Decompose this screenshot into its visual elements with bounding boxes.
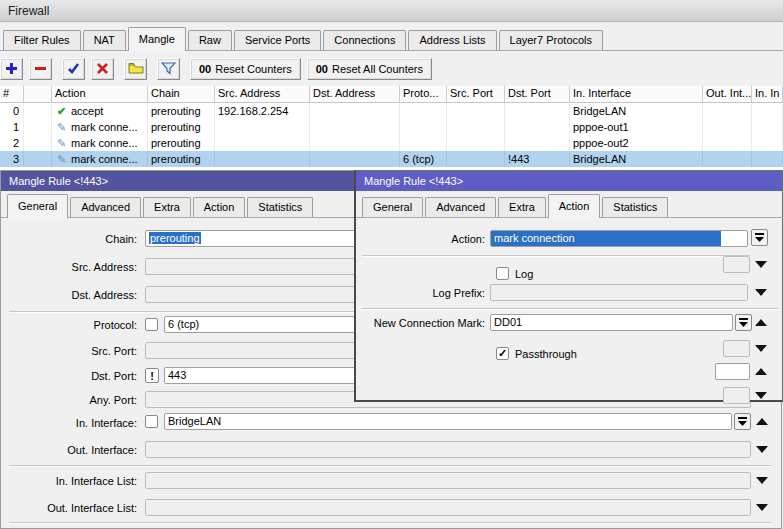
enable-rule-button[interactable] (62, 58, 85, 80)
column-header-src-port[interactable]: Src. Port (447, 86, 505, 102)
general-dialog-tab-advanced[interactable]: Advanced (70, 197, 141, 218)
general-dialog-tab-extra[interactable]: Extra (143, 197, 191, 218)
table-row-1[interactable]: 1✎mark conne...preroutingpppoe-out1 (0, 119, 783, 135)
reset-counters-button[interactable]: 00 Reset Counters (190, 58, 301, 80)
cell-num: 1 (0, 119, 24, 135)
section-divider (9, 465, 771, 466)
new-connection-mark-dropdown-button[interactable] (735, 314, 752, 331)
table-row-3[interactable]: 3✎mark conne...prerouting6 (tcp)!443Brid… (0, 151, 783, 167)
column-header--[interactable]: # (0, 86, 24, 102)
column-header-proto-[interactable]: Proto... (400, 86, 447, 102)
reset-all-counters-button[interactable]: 00 Reset All Counters (307, 58, 432, 80)
zeros-badge: 00 (316, 63, 328, 75)
column-header-src-address[interactable]: Src. Address (215, 86, 310, 102)
cell-src_port (447, 151, 505, 167)
out-interface-field[interactable] (145, 441, 751, 458)
action-label: Action: (396, 233, 485, 245)
column-header-in-in[interactable]: In. In (752, 86, 783, 102)
new-connection-mark-combobox[interactable]: DD01 (490, 314, 733, 331)
tab-service-ports[interactable]: Service Ports (234, 30, 321, 51)
tab-layer7-protocols[interactable]: Layer7 Protocols (499, 30, 604, 51)
general-dialog-tab-action[interactable]: Action (193, 197, 246, 218)
in-interface-collapse-toggle[interactable] (756, 418, 769, 426)
general-dialog-tab-general[interactable]: General (7, 194, 68, 218)
column-header-chain[interactable]: Chain (148, 86, 215, 102)
action-dialog-tab-extra[interactable]: Extra (498, 197, 546, 218)
in-interface-negate-checkbox[interactable] (145, 415, 158, 428)
protocol-negate-checkbox[interactable] (145, 318, 158, 331)
src-address-field-stub (723, 256, 750, 273)
out-interface-list-expand-toggle[interactable] (756, 504, 769, 512)
out-interface-expand-toggle[interactable] (756, 446, 769, 454)
plus-icon (5, 62, 18, 77)
filter-button[interactable] (157, 58, 180, 80)
mark-pencil-icon: ✎ (55, 151, 68, 167)
tab-filter-rules[interactable]: Filter Rules (3, 30, 81, 51)
action-dropdown-button[interactable] (751, 229, 768, 246)
mark-pencil-icon: ✎ (55, 119, 68, 135)
disable-rule-button[interactable] (91, 58, 114, 80)
tab-mangle[interactable]: Mangle (128, 27, 186, 51)
section-divider (9, 522, 771, 523)
action-dialog-tab-action[interactable]: Action (548, 194, 601, 218)
cell-dst_port: !443 (505, 151, 570, 167)
add-rule-button[interactable] (0, 58, 23, 80)
out-interface-list-label: Out. Interface List: (7, 502, 137, 514)
tab-nat[interactable]: NAT (83, 30, 126, 51)
remove-rule-button[interactable] (29, 58, 52, 80)
cell-in_interface: pppoe-out1 (570, 119, 703, 135)
action-dialog-tab-general[interactable]: General (362, 197, 423, 218)
dropdown-icon (738, 317, 749, 328)
column-header-out-int-[interactable]: Out. Int... (703, 86, 752, 102)
column-header-flags[interactable] (24, 86, 52, 102)
src-address-expand-toggle[interactable] (755, 261, 768, 269)
in-interface-dropdown-button[interactable] (734, 413, 751, 430)
table-row-2[interactable]: 2✎mark conne...preroutingpppoe-out2 (0, 135, 783, 151)
table-row-0[interactable]: 0✔acceptprerouting192.168.2.254BridgeLAN (0, 103, 783, 119)
column-header-dst-port[interactable]: Dst. Port (505, 86, 570, 102)
log-prefix-field[interactable] (490, 284, 748, 301)
comment-button[interactable] (124, 58, 147, 80)
tab-address-lists[interactable]: Address Lists (408, 30, 496, 51)
dst-port-negate-button[interactable]: ! (145, 368, 159, 383)
cell-action: ✎mark conne... (52, 135, 148, 151)
filter-funnel-icon (161, 62, 176, 77)
cell-dst_address (310, 151, 400, 167)
action-dialog-tab-statistics[interactable]: Statistics (602, 197, 668, 218)
cell-flags (24, 135, 52, 151)
in-interface-list-expand-toggle[interactable] (756, 477, 769, 485)
mark-pencil-icon: ✎ (55, 135, 68, 151)
in-interface-combobox[interactable]: BridgeLAN (164, 413, 732, 430)
cell-dst_port (505, 135, 570, 151)
in-interface-list-field[interactable] (145, 472, 751, 489)
firewall-window-titlebar[interactable]: Firewall (0, 0, 783, 22)
cell-flags (24, 119, 52, 135)
general-dialog-tab-statistics[interactable]: Statistics (247, 197, 313, 218)
cell-src_port (447, 103, 505, 119)
cell-proto: 6 (tcp) (400, 151, 447, 167)
src-port-expand-toggle[interactable] (755, 345, 768, 353)
cell-dst_port (505, 103, 570, 119)
minus-icon (34, 62, 47, 77)
any-port-expand-toggle[interactable] (755, 392, 768, 400)
passthrough-checkbox[interactable]: ✓ (496, 347, 509, 360)
cell-out_int (703, 119, 752, 135)
cell-out_int (703, 151, 752, 167)
dst-port-label: Dst. Port: (7, 370, 137, 382)
dialog-titlebar[interactable]: Mangle Rule <!443> (356, 171, 782, 191)
out-interface-list-field[interactable] (145, 499, 751, 516)
action-combobox[interactable]: mark connection (490, 230, 748, 247)
column-header-in-interface[interactable]: In. Interface (570, 86, 703, 102)
log-checkbox[interactable] (496, 267, 509, 280)
column-header-action[interactable]: Action (52, 86, 148, 102)
in-interface-label: In. Interface: (7, 417, 137, 429)
cell-in_int (752, 151, 783, 167)
column-header-dst-address[interactable]: Dst. Address (310, 86, 400, 102)
dst-port-collapse-toggle[interactable] (755, 368, 768, 376)
action-dialog-tab-advanced[interactable]: Advanced (425, 197, 496, 218)
protocol-collapse-toggle[interactable] (755, 319, 768, 327)
cell-src_address (215, 151, 310, 167)
tab-connections[interactable]: Connections (323, 30, 406, 51)
dst-address-expand-toggle[interactable] (755, 289, 768, 297)
tab-raw[interactable]: Raw (188, 30, 232, 51)
